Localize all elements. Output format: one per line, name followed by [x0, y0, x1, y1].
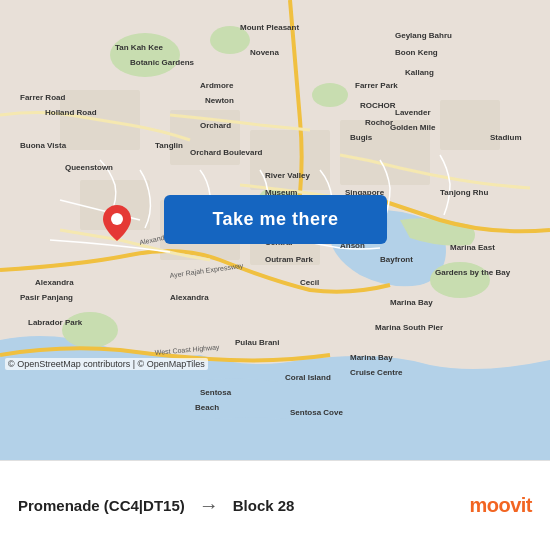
svg-text:Tan Kah Kee: Tan Kah Kee: [115, 43, 163, 52]
svg-text:Pasir Panjang: Pasir Panjang: [20, 293, 73, 302]
svg-text:Cecil: Cecil: [300, 278, 319, 287]
svg-text:Stadium: Stadium: [490, 133, 522, 142]
svg-text:Mount Pleasant: Mount Pleasant: [240, 23, 299, 32]
svg-text:Tanglin: Tanglin: [155, 141, 183, 150]
svg-text:Bayfront: Bayfront: [380, 255, 413, 264]
svg-text:Holland Road: Holland Road: [45, 108, 97, 117]
svg-text:Alexandra: Alexandra: [170, 293, 209, 302]
svg-rect-9: [250, 130, 330, 190]
svg-text:Marina South Pier: Marina South Pier: [375, 323, 443, 332]
svg-text:Geylang Bahru: Geylang Bahru: [395, 31, 452, 40]
map-attribution: © OpenStreetMap contributors | © OpenMap…: [5, 358, 208, 370]
location-pin: [103, 205, 131, 241]
arrow-icon: →: [199, 494, 219, 517]
map-container: Tan Kah Kee Botanic Gardens Mount Pleasa…: [0, 0, 550, 460]
svg-text:Tanjong Rhu: Tanjong Rhu: [440, 188, 488, 197]
take-me-there-label: Take me there: [212, 209, 338, 230]
svg-text:Queenstown: Queenstown: [65, 163, 113, 172]
svg-rect-11: [440, 100, 500, 150]
svg-text:Coral Island: Coral Island: [285, 373, 331, 382]
svg-text:Lavender: Lavender: [395, 108, 431, 117]
svg-text:Buona Vista: Buona Vista: [20, 141, 67, 150]
svg-text:Ardmore: Ardmore: [200, 81, 234, 90]
svg-text:Boon Keng: Boon Keng: [395, 48, 438, 57]
bottom-bar: Promenade (CC4|DT15) → Block 28 moovit: [0, 460, 550, 550]
svg-text:Marina Bay: Marina Bay: [350, 353, 393, 362]
svg-text:Sentosa: Sentosa: [200, 388, 232, 397]
moovit-logo: moovit: [469, 494, 532, 517]
svg-text:Farrer Road: Farrer Road: [20, 93, 65, 102]
svg-text:Labrador Park: Labrador Park: [28, 318, 83, 327]
svg-text:Farrer Park: Farrer Park: [355, 81, 398, 90]
svg-text:Golden Mile: Golden Mile: [390, 123, 436, 132]
svg-point-65: [111, 213, 123, 225]
svg-text:River Valley: River Valley: [265, 171, 310, 180]
svg-text:Sentosa Cove: Sentosa Cove: [290, 408, 343, 417]
svg-text:Newton: Newton: [205, 96, 234, 105]
svg-text:Bugis: Bugis: [350, 133, 373, 142]
svg-text:ROCHOR: ROCHOR: [360, 101, 396, 110]
take-me-there-button[interactable]: Take me there: [164, 195, 387, 244]
svg-text:Beach: Beach: [195, 403, 219, 412]
svg-text:Pulau Brani: Pulau Brani: [235, 338, 279, 347]
svg-point-5: [312, 83, 348, 107]
svg-text:Orchard Boulevard: Orchard Boulevard: [190, 148, 263, 157]
svg-text:Rochor: Rochor: [365, 118, 393, 127]
svg-text:Cruise Centre: Cruise Centre: [350, 368, 403, 377]
svg-text:Marina East: Marina East: [450, 243, 495, 252]
svg-text:Novena: Novena: [250, 48, 279, 57]
moovit-text: moovit: [469, 494, 532, 517]
svg-text:Botanic Gardens: Botanic Gardens: [130, 58, 195, 67]
svg-point-1: [110, 33, 180, 77]
svg-text:Outram Park: Outram Park: [265, 255, 314, 264]
route-from: Promenade (CC4|DT15): [18, 497, 185, 514]
svg-text:Alexandra: Alexandra: [35, 278, 74, 287]
svg-text:Orchard: Orchard: [200, 121, 231, 130]
svg-text:Gardens by the Bay: Gardens by the Bay: [435, 268, 511, 277]
svg-text:Kallang: Kallang: [405, 68, 434, 77]
route-to: Block 28: [233, 497, 295, 514]
svg-text:Marina Bay: Marina Bay: [390, 298, 433, 307]
